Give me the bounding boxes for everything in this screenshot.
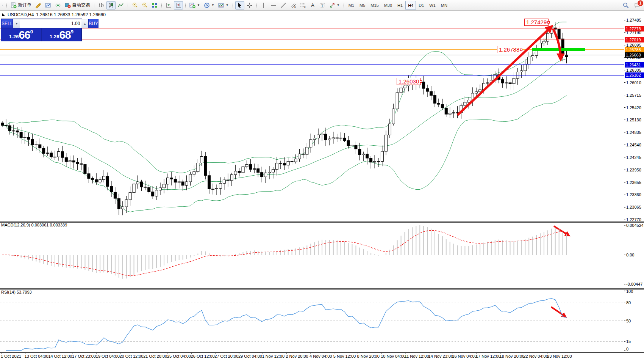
ohlc-values: 1.26816 1.26833 1.26592 1.26660 — [36, 12, 106, 17]
chart-shift-icon — [175, 2, 181, 8]
fibonacci-icon: F — [300, 2, 306, 8]
zoom-out-icon — [142, 2, 148, 8]
tile-windows-button[interactable] — [150, 1, 159, 9]
volume-up-button[interactable]: ▲ — [81, 19, 88, 28]
search-icon[interactable] — [623, 2, 629, 8]
toolbar-grip — [5, 2, 8, 9]
text-tool[interactable]: A — [308, 1, 317, 9]
timeframe-D1[interactable]: D1 — [416, 1, 427, 10]
bar-chart-button[interactable] — [97, 1, 106, 9]
text-label-icon: T — [319, 2, 325, 8]
window-icon — [2, 13, 5, 16]
rsi-label: RSI(14) 53.7993 — [1, 290, 32, 294]
autotrading-button[interactable]: 自动交易 — [63, 1, 92, 9]
svg-text:T: T — [321, 3, 324, 7]
horizontal-line-tool[interactable] — [269, 1, 278, 9]
clipped-icon[interactable] — [0, 1, 4, 9]
signal-icon — [55, 2, 61, 8]
toolbar-grip — [255, 2, 258, 9]
arrows-icon — [329, 2, 335, 8]
timeframe-M1[interactable]: M1 — [346, 1, 357, 10]
new-order-button[interactable]: 新订单 — [9, 1, 33, 9]
dropdown-caret: ▼ — [226, 3, 229, 7]
candlestick-chart-button[interactable] — [106, 1, 116, 9]
timeframe-W1[interactable]: W1 — [427, 1, 438, 10]
panel-splitter-macd[interactable] — [0, 221, 644, 223]
svg-text:E: E — [294, 6, 296, 8]
chart-canvas[interactable] — [0, 0, 644, 360]
autoscroll-icon — [166, 2, 172, 8]
chart-window-icon — [45, 2, 51, 8]
market-watch-button[interactable] — [44, 1, 53, 9]
buy-price[interactable]: 1.26689 — [42, 28, 81, 41]
timeframe-M15[interactable]: M15 — [368, 1, 381, 10]
buy-price-small: 1.26 — [50, 33, 59, 41]
tile-windows-icon — [152, 2, 158, 8]
vertical-line-tool[interactable] — [259, 1, 268, 9]
toolbar-grip — [231, 2, 234, 9]
notification-badge: 1 — [637, 0, 644, 6]
timeframe-M5[interactable]: M5 — [357, 1, 368, 10]
vertical-line-icon — [261, 2, 267, 8]
macd-label: MACD(12,26,9) 0.003061 0.003339 — [1, 223, 67, 227]
rsi-value: 53.7993 — [17, 290, 32, 294]
sell-button[interactable]: SELL — [1, 19, 13, 28]
autoscroll-button[interactable] — [164, 1, 173, 9]
zoom-in-button[interactable] — [130, 1, 139, 9]
new-order-label: 新订单 — [18, 2, 31, 8]
line-chart-button[interactable] — [116, 1, 125, 9]
crosshair-tool-button[interactable] — [245, 1, 254, 9]
macd-name: MACD(12,26,9) — [1, 223, 30, 227]
signals-button[interactable] — [53, 1, 63, 9]
toolbar-grip — [127, 2, 129, 9]
dropdown-caret: ▼ — [211, 3, 214, 7]
chart-title: USDCAD,H4 1.26816 1.26833 1.26592 1.2666… — [2, 12, 106, 17]
buy-price-sup: 9 — [71, 29, 73, 34]
toolbar-grip — [93, 2, 95, 9]
mt4-window: 1.272781.270191.267881.264311.261821.266… — [0, 0, 644, 360]
buy-button[interactable]: BUY — [88, 19, 98, 28]
timeframe-H1[interactable]: H1 — [395, 1, 405, 10]
periods-button[interactable]: ▼ — [202, 1, 216, 9]
fibonacci-tool[interactable]: F — [299, 1, 308, 9]
sell-price-small: 1.26 — [9, 33, 19, 41]
symbol-period-label: USDCAD,H4 — [8, 12, 34, 17]
sell-price[interactable]: 1.26660 — [1, 28, 41, 41]
indicators-button[interactable]: ▼ — [188, 1, 202, 9]
template-icon — [218, 2, 224, 8]
equidistant-channel-icon: E — [290, 2, 296, 8]
templates-button[interactable]: ▼ — [217, 1, 230, 9]
toolbar-grip — [184, 2, 187, 9]
timeframe-H4[interactable]: H4 — [405, 1, 416, 10]
volume-stepper: ▼ ▲ — [13, 19, 88, 28]
timeframe-MN[interactable]: MN — [438, 1, 450, 10]
chat-button[interactable]: 1 — [634, 2, 640, 8]
panel-splitter-rsi[interactable] — [0, 288, 644, 290]
chart-shift-button[interactable] — [174, 1, 183, 9]
timeframe-M30[interactable]: M30 — [381, 1, 395, 10]
toolbar-grip — [160, 2, 163, 9]
zoom-out-button[interactable] — [140, 1, 149, 9]
sell-price-big: 66 — [19, 30, 30, 41]
trendline-tool[interactable] — [279, 1, 288, 9]
channel-tool[interactable]: E — [289, 1, 298, 9]
metaeditor-button[interactable] — [34, 1, 43, 9]
timeframe-group: M1M5M15M30H1H4D1W1MN — [346, 1, 450, 10]
new-order-icon — [11, 2, 17, 8]
toolbar-grip — [342, 2, 345, 9]
volume-down-button[interactable]: ▼ — [13, 19, 20, 28]
crayon-icon — [35, 2, 41, 8]
macd-values: 0.003061 0.003339 — [31, 223, 67, 227]
dropdown-caret: ▼ — [197, 3, 200, 7]
rsi-name: RSI(14) — [1, 290, 16, 294]
text-label-tool[interactable]: T — [318, 1, 327, 9]
main-toolbar: 新订单 自动交易 — [0, 0, 644, 11]
cursor-tool-button[interactable] — [235, 1, 244, 9]
buy-price-big: 68 — [59, 30, 70, 41]
autotrading-label: 自动交易 — [72, 2, 90, 8]
volume-input[interactable] — [20, 19, 81, 28]
trendline-icon — [280, 2, 286, 8]
horizontal-line-icon — [270, 2, 277, 8]
arrows-tool[interactable]: ▼ — [328, 1, 341, 9]
crosshair-icon — [247, 2, 253, 8]
